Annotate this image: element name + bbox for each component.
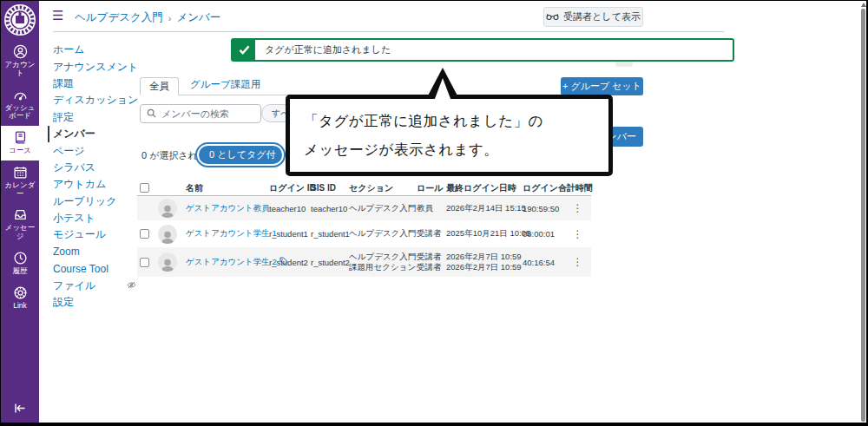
- tag-as-button-focus-ring: 0 としてタグ付: [195, 142, 286, 167]
- app-frame: アカウント ダッシュボード コース カレ: [0, 0, 868, 426]
- course-nav-quizzes[interactable]: 小テスト: [53, 210, 136, 226]
- global-nav: アカウント ダッシュボード コース カレ: [1, 1, 39, 423]
- global-nav-label: 履歴: [13, 267, 28, 276]
- collapse-sidebar-button[interactable]: [1, 397, 39, 423]
- calendar-icon: [13, 165, 28, 180]
- course-nav-files-label: ファイル: [53, 279, 95, 293]
- course-nav-rubrics[interactable]: ルーブリック: [53, 193, 136, 210]
- col-header-role[interactable]: ロール: [417, 182, 446, 194]
- course-nav-zoom[interactable]: Zoom: [53, 244, 136, 260]
- course-nav-outcomes[interactable]: アウトカム: [53, 176, 136, 193]
- scrollbar-up-arrow-icon[interactable]: [861, 3, 866, 7]
- dashboard-icon: [13, 88, 28, 102]
- eye-slash-hidden-icon: [127, 279, 136, 292]
- course-nav: ホーム アナウンスメント 課題 ディスカッション 評定 メンバー ページ シラバ…: [53, 42, 136, 311]
- university-logo[interactable]: [3, 3, 36, 36]
- global-nav-courses[interactable]: コース: [1, 126, 39, 161]
- member-section: ヘルプデスク入門: [349, 228, 417, 239]
- search-icon: [147, 106, 156, 121]
- table-row: ゲストアカウント学生 1 r_student1 r_student1 ヘルプデス…: [137, 220, 591, 247]
- member-last-login: 2026年2月7日 10:59 2026年2月7日 10:59: [446, 252, 523, 273]
- col-header-total-time[interactable]: ログイン合計時間: [523, 182, 564, 194]
- course-nav-grades[interactable]: 評定: [53, 109, 136, 126]
- avatar: [158, 199, 177, 218]
- course-nav-announcements[interactable]: アナウンスメント: [53, 58, 136, 75]
- view-as-student-button[interactable]: 受講者として表示: [543, 7, 643, 27]
- members-table: 名前 ログイン ID SIS ID セクション ロール 最終ログイン日時 ログイ…: [137, 180, 591, 277]
- annotation-callout: 「タグが正常に追加されました」の メッセージが表示されます。: [286, 95, 613, 176]
- member-total-time: 40:16:54: [523, 258, 564, 267]
- global-nav-label: カレンダー: [2, 181, 38, 199]
- alert-message: タグが正常に追加されました: [255, 40, 391, 60]
- col-header-login-id[interactable]: ログイン ID: [269, 182, 311, 194]
- global-nav-calendar[interactable]: カレンダー: [1, 161, 39, 204]
- vertical-scrollbar[interactable]: [861, 9, 865, 422]
- col-header-sis-id[interactable]: SIS ID: [311, 183, 349, 193]
- col-header-name[interactable]: 名前: [186, 182, 269, 194]
- course-nav-people[interactable]: メンバー: [48, 126, 136, 142]
- checkmark-icon: [233, 40, 255, 60]
- member-login-id: teacher10: [269, 204, 311, 213]
- global-nav-label: メッセージ: [2, 224, 38, 241]
- collapse-arrow-icon: [13, 402, 27, 417]
- breadcrumb-separator: ›: [168, 13, 172, 23]
- breadcrumb: ヘルプデスク入門 › メンバー: [75, 10, 220, 25]
- global-nav-account[interactable]: アカウント: [1, 40, 39, 83]
- menu-hamburger-icon[interactable]: ☰: [52, 8, 63, 23]
- add-group-set-button[interactable]: + グループ セット: [561, 77, 643, 95]
- member-search-box: [140, 104, 261, 123]
- course-nav-pages[interactable]: ページ: [53, 142, 136, 159]
- global-nav-inbox[interactable]: メッセージ: [1, 203, 39, 246]
- history-clock-icon: [13, 251, 28, 265]
- row-options-kebab-icon[interactable]: ⋮: [564, 203, 591, 213]
- course-nav-assignments[interactable]: 課題: [53, 75, 136, 92]
- course-nav-home[interactable]: ホーム: [53, 42, 136, 58]
- course-nav-discussions[interactable]: ディスカッション: [53, 92, 136, 108]
- tab-everyone[interactable]: 全員: [140, 77, 179, 95]
- col-header-section[interactable]: セクション: [349, 182, 417, 194]
- member-role: 受講者 受講者: [417, 252, 446, 273]
- global-nav-label: ダッシュボード: [2, 104, 38, 121]
- course-nav-files[interactable]: ファイル: [53, 277, 136, 293]
- course-nav-modules[interactable]: モジュール: [53, 226, 136, 243]
- select-all-checkbox[interactable]: [140, 183, 149, 193]
- member-total-time: 190:59:50: [523, 204, 564, 213]
- member-login-id: r_student1: [269, 229, 311, 239]
- callout-line-2: メッセージが表示されます。: [304, 135, 608, 164]
- member-section: ヘルプデスク入門 課題用セクション: [349, 252, 417, 273]
- member-sis-id: r_student1: [311, 229, 349, 239]
- global-nav-link[interactable]: Link: [1, 281, 39, 316]
- account-icon: [13, 44, 28, 59]
- member-role: 受講者: [417, 228, 446, 239]
- row-options-kebab-icon[interactable]: ⋮: [564, 229, 591, 239]
- member-login-id: r_student2: [269, 258, 311, 267]
- global-nav-dashboard[interactable]: ダッシュボード: [1, 83, 39, 127]
- tag-as-button[interactable]: 0 としてタグ付: [199, 146, 282, 164]
- success-alert: タグが正常に追加されました: [231, 38, 734, 62]
- global-nav-label: アカウント: [2, 61, 38, 78]
- avatar: [158, 252, 177, 272]
- member-name-link[interactable]: ゲストアカウント教員: [186, 203, 269, 214]
- course-nav-settings[interactable]: 設定: [53, 294, 136, 311]
- tab-group-assignment[interactable]: グループ課題用: [190, 78, 260, 95]
- search-input[interactable]: [161, 108, 254, 119]
- row-checkbox[interactable]: [140, 258, 149, 267]
- breadcrumb-course-link[interactable]: ヘルプデスク入門: [75, 10, 163, 25]
- breadcrumb-page-link[interactable]: メンバー: [176, 10, 220, 25]
- col-header-last-login[interactable]: 最終ログイン日時: [446, 182, 523, 194]
- callout-line-1: 「タグが正常に追加されました」の: [304, 107, 608, 135]
- avatar: [158, 225, 177, 244]
- global-nav-label: コース: [9, 147, 31, 155]
- course-nav-course-tool[interactable]: Course Tool: [53, 260, 136, 277]
- row-options-kebab-icon[interactable]: ⋮: [564, 257, 591, 267]
- member-name-link[interactable]: ゲストアカウント学生 2: [186, 257, 269, 268]
- member-sis-id: r_student2: [311, 258, 349, 267]
- member-section: ヘルプデスク入門: [349, 203, 417, 214]
- table-row: ゲストアカウント教員 teacher10 teacher10 ヘルプデスク入門 …: [137, 196, 591, 220]
- member-name-link[interactable]: ゲストアカウント学生 1: [186, 228, 269, 239]
- member-last-login: 2026年2月14日 15:15: [446, 203, 523, 214]
- row-checkbox[interactable]: [140, 229, 149, 239]
- inbox-icon: [13, 207, 28, 222]
- global-nav-history[interactable]: 履歴: [1, 246, 39, 281]
- course-nav-syllabus[interactable]: シラバス: [53, 160, 136, 176]
